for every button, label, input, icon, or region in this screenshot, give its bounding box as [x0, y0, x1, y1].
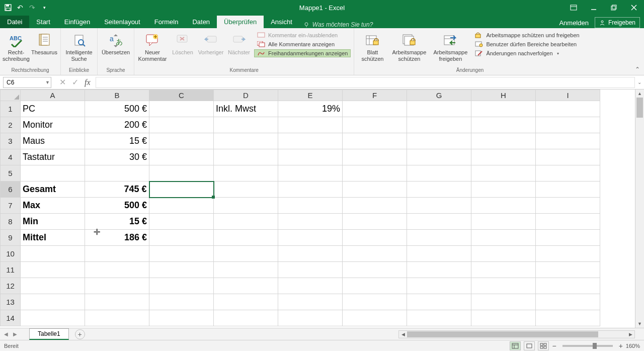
tab-überprüfen[interactable]: Überprüfen: [217, 16, 264, 28]
cell-F12[interactable]: [343, 278, 407, 294]
cell-C5[interactable]: [149, 165, 214, 182]
cell-A2[interactable]: Monitor: [21, 117, 85, 133]
protect-share-workbook-button[interactable]: Arbeitsmappe schützen und freigeben: [472, 31, 582, 39]
cell-E8[interactable]: [278, 214, 343, 230]
cell-B11[interactable]: [85, 262, 149, 278]
tab-daten[interactable]: Daten: [185, 16, 217, 28]
cancel-formula-icon[interactable]: ✕: [59, 77, 66, 87]
undo-icon[interactable]: ↶: [16, 4, 24, 12]
cell-G11[interactable]: [407, 262, 471, 278]
qat-customize-icon[interactable]: ▾: [40, 4, 48, 12]
close-button[interactable]: [624, 0, 644, 15]
cell-D1[interactable]: Inkl. Mwst: [214, 101, 278, 117]
cell-G2[interactable]: [407, 117, 471, 133]
tab-start[interactable]: Start: [29, 16, 57, 28]
cell-A3[interactable]: Maus: [21, 133, 85, 149]
protect-workbook-button[interactable]: Arbeitsmappe schützen: [389, 31, 429, 63]
cell-H1[interactable]: [471, 101, 536, 117]
cell-A4[interactable]: Tastatur: [21, 149, 85, 165]
name-box-dropdown-icon[interactable]: ▼: [45, 80, 50, 85]
cell-F2[interactable]: [343, 117, 407, 133]
cell-E9[interactable]: [278, 230, 343, 246]
cell-E7[interactable]: [278, 198, 343, 214]
cell-D14[interactable]: [214, 310, 278, 326]
cell-C8[interactable]: [149, 214, 214, 230]
cell-F14[interactable]: [343, 310, 407, 326]
new-sheet-button[interactable]: +: [75, 329, 85, 339]
page-layout-view-button[interactable]: [524, 341, 535, 350]
redo-icon[interactable]: ↷: [28, 4, 36, 12]
zoom-level[interactable]: 160%: [626, 343, 640, 349]
spelling-button[interactable]: ABC Recht- schreibung: [3, 31, 29, 63]
scroll-up-icon[interactable]: ▲: [635, 89, 644, 98]
signin-link[interactable]: Anmelden: [559, 19, 589, 27]
cell-H14[interactable]: [471, 310, 536, 326]
cell-A13[interactable]: [21, 294, 85, 310]
row-header-1[interactable]: 1: [1, 101, 21, 117]
formula-bar[interactable]: [96, 77, 635, 88]
cell-A11[interactable]: [21, 262, 85, 278]
cell-I5[interactable]: [536, 165, 600, 182]
maximize-button[interactable]: [604, 0, 624, 15]
cell-F6[interactable]: [343, 182, 407, 198]
share-button[interactable]: Freigeben: [595, 17, 640, 28]
column-header-C[interactable]: C: [149, 90, 214, 101]
cell-E2[interactable]: [278, 117, 343, 133]
cell-C1[interactable]: [149, 101, 214, 117]
cell-F8[interactable]: [343, 214, 407, 230]
cell-E1[interactable]: 19%: [278, 101, 343, 117]
insert-function-icon[interactable]: fx: [85, 78, 91, 87]
protect-sheet-button[interactable]: Blatt schützen: [357, 31, 387, 63]
show-all-comments-button[interactable]: Alle Kommentare anzeigen: [254, 40, 351, 48]
name-box[interactable]: C6 ▼: [3, 77, 51, 88]
cell-D13[interactable]: [214, 294, 278, 310]
column-header-H[interactable]: H: [471, 90, 536, 101]
cell-E12[interactable]: [278, 278, 343, 294]
cell-D4[interactable]: [214, 149, 278, 165]
cell-G10[interactable]: [407, 246, 471, 262]
cell-B3[interactable]: 15 €: [85, 133, 149, 149]
cell-E13[interactable]: [278, 294, 343, 310]
cell-D6[interactable]: [214, 182, 278, 198]
cell-D10[interactable]: [214, 246, 278, 262]
cell-B4[interactable]: 30 €: [85, 149, 149, 165]
thesaurus-button[interactable]: Thesaurus: [31, 31, 57, 57]
row-header-2[interactable]: 2: [1, 117, 21, 133]
page-break-view-button[interactable]: [538, 341, 549, 350]
cell-G8[interactable]: [407, 214, 471, 230]
allow-edit-ranges-button[interactable]: Benutzer dürfen Bereiche bearbeiten: [472, 40, 582, 48]
new-comment-button[interactable]: Neuer Kommentar: [137, 31, 168, 63]
cell-B9[interactable]: 186 €: [85, 230, 149, 246]
cell-A9[interactable]: Mittel: [21, 230, 85, 246]
tab-ansicht[interactable]: Ansicht: [264, 16, 299, 28]
cell-H9[interactable]: [471, 230, 536, 246]
cell-G4[interactable]: [407, 149, 471, 165]
cell-F11[interactable]: [343, 262, 407, 278]
column-header-F[interactable]: F: [343, 90, 407, 101]
scroll-left-icon[interactable]: ◀: [399, 332, 407, 337]
cell-B13[interactable]: [85, 294, 149, 310]
cell-D5[interactable]: [214, 165, 278, 182]
cell-H2[interactable]: [471, 117, 536, 133]
cell-A1[interactable]: PC: [21, 101, 85, 117]
collapse-ribbon-icon[interactable]: ⌃: [635, 66, 640, 73]
cell-F5[interactable]: [343, 165, 407, 182]
cell-B8[interactable]: 15 €: [85, 214, 149, 230]
cell-I11[interactable]: [536, 262, 600, 278]
enter-formula-icon[interactable]: ✓: [72, 77, 78, 87]
next-comment-button[interactable]: Nächster: [226, 31, 252, 57]
select-all-corner[interactable]: [1, 90, 21, 101]
column-header-D[interactable]: D: [214, 90, 278, 101]
delete-comment-button[interactable]: Löschen: [170, 31, 196, 57]
translate-button[interactable]: aあ Übersetzen: [101, 31, 131, 57]
cell-G3[interactable]: [407, 133, 471, 149]
cell-C9[interactable]: [149, 230, 214, 246]
cell-D11[interactable]: [214, 262, 278, 278]
cell-I10[interactable]: [536, 246, 600, 262]
cell-C4[interactable]: [149, 149, 214, 165]
tab-formeln[interactable]: Formeln: [147, 16, 186, 28]
row-header-12[interactable]: 12: [1, 278, 21, 294]
cell-I14[interactable]: [536, 310, 600, 326]
cell-A14[interactable]: [21, 310, 85, 326]
cell-H4[interactable]: [471, 149, 536, 165]
